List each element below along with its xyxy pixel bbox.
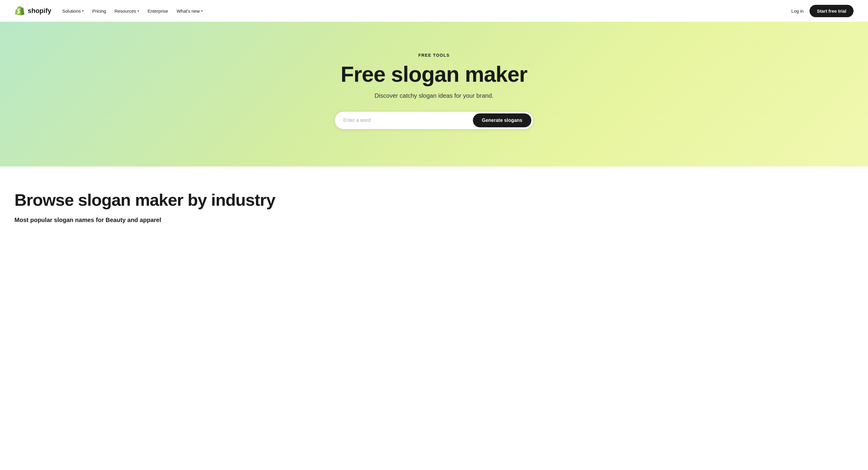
hero-title: Free slogan maker — [341, 62, 527, 86]
nav-links: Solutions ▾ Pricing Resources ▾ Enterpri… — [62, 8, 203, 13]
browse-subtitle: Most popular slogan names for Beauty and… — [14, 216, 854, 224]
nav-link-enterprise[interactable]: Enterprise — [148, 8, 168, 13]
shopify-bag-icon — [14, 5, 25, 16]
nav-item-pricing[interactable]: Pricing — [92, 8, 106, 13]
logo-text: shopify — [28, 7, 51, 15]
chevron-down-icon: ▾ — [82, 9, 84, 13]
start-trial-button[interactable]: Start free trial — [809, 5, 854, 17]
nav-item-solutions[interactable]: Solutions ▾ — [62, 8, 84, 13]
nav-item-whats-new[interactable]: What's new ▾ — [177, 8, 203, 13]
shopify-logo[interactable]: shopify — [14, 5, 51, 16]
generate-slogans-button[interactable]: Generate slogans — [473, 113, 531, 127]
navbar: shopify Solutions ▾ Pricing Resources ▾ — [0, 0, 868, 22]
login-link[interactable]: Log in — [792, 8, 804, 13]
nav-link-solutions[interactable]: Solutions ▾ — [62, 8, 84, 13]
slogan-search-form: Generate slogans — [335, 111, 533, 129]
browse-title: Browse slogan maker by industry — [14, 190, 854, 209]
chevron-down-icon: ▾ — [137, 9, 139, 13]
nav-item-resources[interactable]: Resources ▾ — [115, 8, 139, 13]
hero-section: FREE TOOLS Free slogan maker Discover ca… — [0, 22, 868, 167]
hero-subtitle: Discover catchy slogan ideas for your br… — [375, 92, 494, 99]
nav-link-resources[interactable]: Resources ▾ — [115, 8, 139, 13]
eyebrow-label: FREE TOOLS — [418, 53, 450, 58]
browse-section: Browse slogan maker by industry Most pop… — [0, 167, 868, 236]
chevron-down-icon: ▾ — [201, 9, 203, 13]
nav-link-pricing[interactable]: Pricing — [92, 8, 106, 13]
slogan-word-input[interactable] — [343, 115, 473, 126]
nav-left: shopify Solutions ▾ Pricing Resources ▾ — [14, 5, 203, 16]
nav-right: Log in Start free trial — [792, 5, 854, 17]
nav-item-enterprise[interactable]: Enterprise — [148, 8, 168, 13]
nav-link-whats-new[interactable]: What's new ▾ — [177, 8, 203, 13]
